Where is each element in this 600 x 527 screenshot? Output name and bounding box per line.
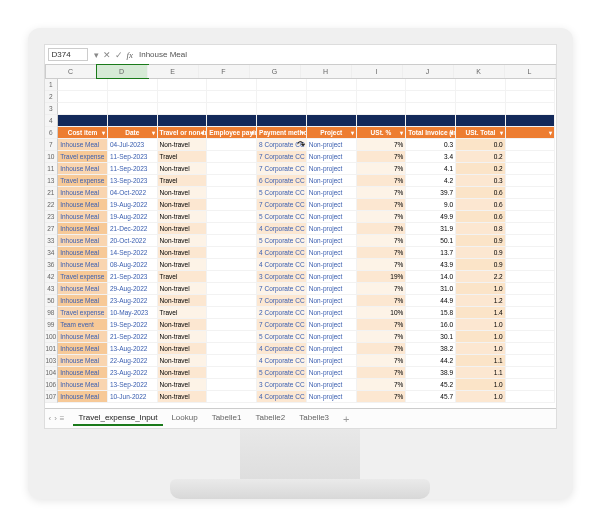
cell-cost-item[interactable]: Inhouse Meal (58, 247, 108, 259)
cell-ust-total[interactable]: 0.8 (456, 223, 506, 235)
cell-travel[interactable]: Non-travel (158, 295, 208, 307)
row-number[interactable]: 33 (45, 235, 59, 247)
cell-employee[interactable] (207, 355, 257, 367)
cell-ust-pct[interactable]: 7% (357, 151, 407, 163)
sheet-tab-tabelle3[interactable]: Tabelle3 (293, 411, 335, 426)
cell[interactable] (257, 115, 307, 127)
cell-extra[interactable] (506, 391, 556, 403)
cell-cost-item[interactable]: Inhouse Meal (58, 259, 108, 271)
cell-payment[interactable]: 7 Corporate CC (257, 319, 307, 331)
cell-travel[interactable]: Non-travel (158, 247, 208, 259)
cell-cost-item[interactable]: Travel expense (58, 175, 108, 187)
name-box[interactable]: D374 (48, 48, 88, 61)
cell-cost-item[interactable]: Inhouse Meal (58, 331, 108, 343)
cell-project[interactable]: Non-project (307, 247, 357, 259)
table-header-cost_item[interactable]: Cost item (58, 127, 108, 139)
cell-cost-item[interactable]: Inhouse Meal (58, 283, 108, 295)
cell-project[interactable]: Non-project (307, 391, 357, 403)
cell[interactable] (506, 115, 556, 127)
table-header-employee[interactable]: Employee paying (207, 127, 257, 139)
cell-extra[interactable] (506, 343, 556, 355)
row-number[interactable]: 104 (45, 367, 59, 379)
cell-ust-pct[interactable]: 7% (357, 391, 407, 403)
cell-ust-pct[interactable]: 7% (357, 163, 407, 175)
cell-ust-total[interactable]: 1.0 (456, 391, 506, 403)
cell-extra[interactable] (506, 295, 556, 307)
cell-total-invoice[interactable]: 4.1 (406, 163, 456, 175)
cell-travel[interactable]: Non-travel (158, 355, 208, 367)
cancel-icon[interactable]: ✕ (103, 50, 111, 60)
cell-extra[interactable] (506, 163, 556, 175)
cell-employee[interactable] (207, 283, 257, 295)
cell-total-invoice[interactable]: 38.2 (406, 343, 456, 355)
cell-date[interactable]: 23-Aug-2022 (108, 295, 158, 307)
cell[interactable] (357, 103, 407, 115)
confirm-icon[interactable]: ✓ (115, 50, 123, 60)
cell-payment[interactable]: 7 Corporate CC (257, 283, 307, 295)
row-number[interactable]: 7 (45, 139, 59, 151)
cell-project[interactable]: Non-project (307, 187, 357, 199)
cell-ust-total[interactable]: 1.4 (456, 307, 506, 319)
cell[interactable] (357, 79, 407, 91)
cell-employee[interactable] (207, 235, 257, 247)
cell-ust-pct[interactable]: 7% (357, 367, 407, 379)
cell-ust-total[interactable]: 1.2 (456, 295, 506, 307)
cell[interactable] (158, 103, 208, 115)
row-number[interactable]: 43 (45, 283, 59, 295)
cell-date[interactable]: 10-May-2023 (108, 307, 158, 319)
column-header-C[interactable]: C (46, 65, 97, 78)
cell-project[interactable]: Non-project (307, 283, 357, 295)
cell-travel[interactable]: Non-travel (158, 283, 208, 295)
column-header-E[interactable]: E (148, 65, 199, 78)
cell-date[interactable]: 14-Sep-2022 (108, 247, 158, 259)
tab-list-icon[interactable]: ≡ (60, 414, 65, 423)
row-number[interactable]: 106 (45, 379, 59, 391)
cell-project[interactable]: Non-project (307, 211, 357, 223)
cell[interactable] (58, 91, 108, 103)
cell-ust-total[interactable]: 0.6 (456, 211, 506, 223)
cell-travel[interactable]: Non-travel (158, 319, 208, 331)
cell-ust-pct[interactable]: 7% (357, 295, 407, 307)
cell[interactable] (506, 91, 556, 103)
cell-ust-pct[interactable]: 7% (357, 331, 407, 343)
row-number[interactable]: 13 (45, 175, 59, 187)
cell-travel[interactable]: Non-travel (158, 199, 208, 211)
cell[interactable] (207, 103, 257, 115)
column-header-J[interactable]: J (403, 65, 454, 78)
cell-payment[interactable]: 7 Corporate CC (257, 295, 307, 307)
cell-ust-total[interactable]: 0.9 (456, 235, 506, 247)
cell-travel[interactable]: Travel (158, 151, 208, 163)
cell-date[interactable]: 13-Sep-2022 (108, 379, 158, 391)
cell[interactable] (307, 103, 357, 115)
cell-payment[interactable]: 8 Corporate CC (257, 139, 307, 151)
row-number[interactable]: 98 (45, 307, 59, 319)
cell-cost-item[interactable]: Travel expense (58, 271, 108, 283)
cell-cost-item[interactable]: Inhouse Meal (58, 187, 108, 199)
row-number[interactable]: 107 (45, 391, 59, 403)
cell-ust-total[interactable]: 1.0 (456, 319, 506, 331)
cell[interactable] (307, 79, 357, 91)
cell-ust-total[interactable]: 1.0 (456, 331, 506, 343)
add-sheet-button[interactable]: + (343, 413, 349, 425)
cell-total-invoice[interactable]: 0.3 (406, 139, 456, 151)
cell-project[interactable]: Non-project (307, 379, 357, 391)
row-number[interactable]: 34 (45, 247, 59, 259)
cell-extra[interactable] (506, 151, 556, 163)
cell[interactable] (456, 115, 506, 127)
cell[interactable] (108, 91, 158, 103)
row-number[interactable]: 36 (45, 259, 59, 271)
cell-project[interactable]: Non-project (307, 295, 357, 307)
cell-date[interactable]: 23-Aug-2022 (108, 367, 158, 379)
cell-ust-pct[interactable]: 7% (357, 379, 407, 391)
cell-project[interactable]: Non-project (307, 199, 357, 211)
column-header-H[interactable]: H (301, 65, 352, 78)
cell-total-invoice[interactable]: 45.7 (406, 391, 456, 403)
cell-total-invoice[interactable]: 13.7 (406, 247, 456, 259)
cell-payment[interactable]: 2 Corporate CC (257, 307, 307, 319)
cell-date[interactable]: 21-Sep-2022 (108, 331, 158, 343)
cell[interactable] (207, 115, 257, 127)
cell-extra[interactable] (506, 319, 556, 331)
cell-employee[interactable] (207, 139, 257, 151)
cell-ust-total[interactable]: 0.3 (456, 175, 506, 187)
cell-date[interactable]: 11-Sep-2023 (108, 151, 158, 163)
